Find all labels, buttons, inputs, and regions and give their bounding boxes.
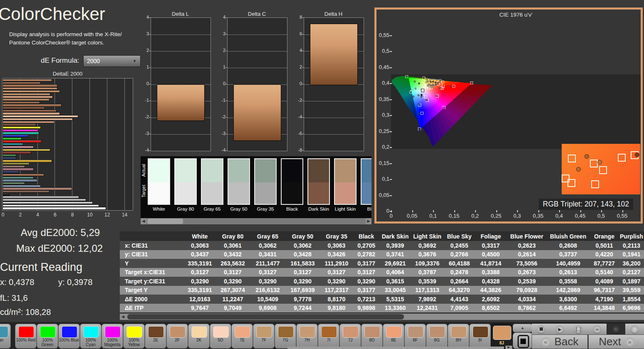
swatch-label: Blue <box>358 206 372 211</box>
play-icon-button[interactable]: ▶ <box>550 324 570 334</box>
pattern-window-button[interactable] <box>513 332 533 349</box>
table-cell: 0,2623 <box>507 241 547 250</box>
axis-tick-label: 8 <box>68 212 77 218</box>
patch-button-7i[interactable]: 7I <box>318 324 339 349</box>
swatch-actual <box>308 159 329 182</box>
stop-icon-button[interactable] <box>532 324 551 334</box>
collapse-button[interactable]: ▲ <box>513 324 533 332</box>
tick-mark <box>302 101 304 101</box>
cie-y-tick-label: 0,05 <box>374 192 389 198</box>
color-swatch <box>307 158 330 205</box>
deltae-bar <box>2 126 41 129</box>
swatch-scroll-right-arrow[interactable]: ▶ <box>366 218 372 224</box>
table-cell: 0,7213 <box>353 295 380 304</box>
gridline <box>151 68 211 68</box>
tick-mark <box>454 210 455 212</box>
deltae-bar <box>2 82 41 84</box>
measured-point <box>412 96 414 97</box>
table-cell: 12,0163 <box>184 295 215 304</box>
patch-button-yan[interactable]: yan <box>0 324 11 349</box>
inset-target-point <box>567 179 575 187</box>
column-header: Gray 50 <box>285 231 320 241</box>
deltae-bar <box>2 123 36 126</box>
patch-button-100-yellow[interactable]: 100% Yellow <box>123 324 145 349</box>
patch-button-7j[interactable]: 7J <box>339 324 361 349</box>
table-cell: 0,3127 <box>250 268 285 277</box>
patch-button-7e[interactable]: 7E <box>231 324 253 349</box>
measured-point <box>421 96 422 98</box>
swatch-label: Gray 80 <box>171 206 200 211</box>
measurement-table-wrap: WhiteGray 80Gray 65Gray 50Gray 35BlackDa… <box>120 231 644 313</box>
table-cell: 7,0905 <box>444 304 475 313</box>
cie-x-tick-label: 0,1 <box>425 213 441 219</box>
patch-button-8h[interactable]: 8H <box>448 324 469 349</box>
patch-button-100-cyan[interactable]: 100% Cyan <box>80 324 102 349</box>
patch-button-2e[interactable]: 2E <box>145 324 166 349</box>
toolbar-scrollbar-thumb[interactable] <box>287 347 504 349</box>
refresh-icon-button[interactable]: ↻ <box>607 324 626 334</box>
patch-button-100-blue[interactable]: 100% Blue <box>58 324 80 349</box>
tick-mark <box>149 150 151 151</box>
patch-button-8i[interactable]: 8I <box>469 324 491 349</box>
blank-icon-button[interactable] <box>625 324 644 334</box>
swatch-scroll-left-arrow[interactable]: ◀ <box>141 218 146 224</box>
swatch-label: Black <box>278 206 306 211</box>
toolbar-scroll-right-arrow[interactable]: ▶ <box>505 346 512 349</box>
table-cell: 60,4188 <box>444 259 475 268</box>
tick-mark <box>580 210 581 212</box>
measured-point <box>418 103 420 105</box>
play-icon: ▶ <box>556 325 564 333</box>
color-swatch <box>281 158 303 205</box>
patch-button-2f[interactable]: 2F <box>166 324 188 349</box>
table-cell: 0,3290 <box>320 277 353 286</box>
patch-button-100-magenta[interactable]: 100% Magenta <box>102 324 123 349</box>
column-header: Gray 80 <box>215 231 250 241</box>
patch-button-100-green[interactable]: 100% Green <box>37 324 58 349</box>
gridline <box>304 134 364 135</box>
patch-button-8f[interactable]: 8F <box>404 324 426 349</box>
blank-icon <box>631 325 639 333</box>
de-formula-dropdown[interactable]: 2000 ▼ <box>83 55 141 67</box>
patch-button-8d[interactable]: 8D <box>361 324 383 349</box>
tick-mark <box>475 210 476 212</box>
table-cell: 111,2910 <box>320 259 353 268</box>
patch-label: 8H <box>448 338 469 342</box>
mini-axis-tick-label: -4 <box>140 147 149 152</box>
deltae-bar <box>2 96 53 98</box>
tick-mark <box>390 35 392 36</box>
patch-button-2k[interactable]: 2K <box>188 324 210 349</box>
deltae-bar <box>2 177 34 179</box>
patch-button-5d[interactable]: 5D <box>210 324 231 349</box>
patch-button-8j[interactable]: 8J <box>491 324 513 349</box>
gridline <box>107 79 107 210</box>
patch-button-7g[interactable]: 7G <box>275 324 296 349</box>
deltae-bar <box>2 93 50 96</box>
loop-icon-button[interactable]: ∞ <box>588 324 607 334</box>
mini-chart-title: Delta L <box>151 11 210 17</box>
measured-point <box>433 85 435 86</box>
swatch-scrollbar[interactable]: ◀▶ <box>141 218 372 224</box>
patch-button-7f[interactable]: 7F <box>253 324 275 349</box>
next-button[interactable]: Next » <box>588 334 644 349</box>
patch-button-100-red[interactable]: 100% Red <box>15 324 37 349</box>
deltae-bar <box>2 118 73 120</box>
deltae-x-axis: 02468101214 <box>2 211 135 218</box>
tick-mark <box>390 83 392 84</box>
swatch-label: Gray 50 <box>225 206 253 211</box>
table-cell: 39,559 <box>619 286 644 295</box>
back-button[interactable]: « Back <box>532 334 588 349</box>
table-cell: 335,3191 <box>184 259 215 268</box>
patch-button-7h[interactable]: 7H <box>296 324 318 349</box>
table-scroll-left-arrow[interactable]: ◀ <box>120 314 126 320</box>
table-scrollbar-thumb[interactable] <box>127 314 404 320</box>
marker-icon-button[interactable]: [‥] <box>569 324 588 334</box>
tick-mark <box>538 210 539 212</box>
table-cell: 0,3558 <box>547 277 589 286</box>
swatch-scrollbar-thumb[interactable] <box>147 219 183 224</box>
cie-x-tick-label: 0,55 <box>614 213 631 219</box>
tick-mark <box>517 210 518 212</box>
table-scrollbar[interactable]: ◀ <box>120 314 644 320</box>
patch-button-8e[interactable]: 8E <box>383 324 404 349</box>
measured-point <box>407 76 409 77</box>
patch-button-8g[interactable]: 8G <box>426 324 448 349</box>
